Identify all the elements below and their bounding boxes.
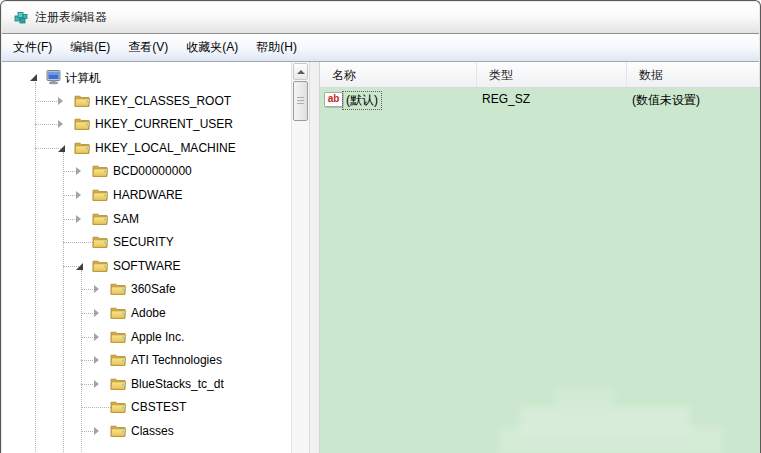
tree-item-label[interactable]: CBSTEST <box>131 400 186 414</box>
value-list-header: 名称类型数据 <box>320 62 760 88</box>
tree-item-label[interactable]: HKEY_LOCAL_MACHINE <box>95 141 236 155</box>
tree-guide-line <box>35 82 36 453</box>
menu-bar: 文件(F)编辑(E)查看(V)收藏夹(A)帮助(H) <box>2 34 759 62</box>
value-name-text: (默认) <box>342 91 382 110</box>
folder-icon <box>110 376 127 392</box>
value-list-pane[interactable]: 名称类型数据 ab(默认)REG_SZ(数值未设置) <box>320 62 760 453</box>
window-title: 注册表编辑器 <box>35 9 107 26</box>
folder-icon <box>92 211 109 227</box>
menu-item-0[interactable]: 文件(F) <box>4 35 61 60</box>
tree-item-hkey-classes-root[interactable]: HKEY_CLASSES_ROOT <box>2 90 291 114</box>
folder-icon <box>92 187 109 203</box>
blurred-watermark <box>498 426 723 453</box>
folder-icon <box>110 305 127 321</box>
scrollbar-thumb[interactable] <box>293 81 308 121</box>
tree-item-sam[interactable]: SAM <box>2 208 291 232</box>
content-area: 计算机HKEY_CLASSES_ROOTHKEY_CURRENT_USERHKE… <box>2 62 760 453</box>
expand-arrow-icon[interactable] <box>94 309 99 317</box>
tree-item--[interactable]: 计算机 <box>2 66 291 90</box>
tree-item-hkey-current-user[interactable]: HKEY_CURRENT_USER <box>2 113 291 137</box>
column-header-2[interactable]: 数据 <box>627 62 760 87</box>
title-bar[interactable]: 注册表编辑器 <box>2 2 759 34</box>
pane-splitter[interactable] <box>309 62 320 453</box>
expand-arrow-icon[interactable] <box>76 167 81 175</box>
tree-item-label[interactable]: HARDWARE <box>113 188 183 202</box>
collapse-arrow-icon[interactable] <box>30 74 37 81</box>
column-header-0[interactable]: 名称 <box>320 62 477 87</box>
expand-arrow-icon[interactable] <box>76 215 81 223</box>
registry-editor-window: 注册表编辑器 文件(F)编辑(E)查看(V)收藏夹(A)帮助(H) 计算机HKE… <box>0 0 761 453</box>
tree-guide-line <box>63 152 64 453</box>
tree-item-label[interactable]: HKEY_CLASSES_ROOT <box>95 94 231 108</box>
folder-icon <box>74 140 91 156</box>
tree-item-label[interactable]: Apple Inc. <box>131 330 184 344</box>
registry-tree: 计算机HKEY_CLASSES_ROOTHKEY_CURRENT_USERHKE… <box>2 66 291 444</box>
tree-item-label[interactable]: ATI Technologies <box>131 353 222 367</box>
scroll-up-button[interactable] <box>293 63 308 80</box>
expand-arrow-icon[interactable] <box>94 333 99 341</box>
menu-item-3[interactable]: 收藏夹(A) <box>177 35 247 60</box>
tree-item-label[interactable]: BCD00000000 <box>113 164 192 178</box>
tree-guide-line <box>81 270 82 453</box>
folder-icon <box>110 423 127 439</box>
registry-tree-pane[interactable]: 计算机HKEY_CLASSES_ROOTHKEY_CURRENT_USERHKE… <box>2 62 309 453</box>
tree-item-apple-inc-[interactable]: Apple Inc. <box>2 326 291 350</box>
collapse-arrow-icon[interactable] <box>58 145 65 152</box>
tree-scrollbar[interactable] <box>291 62 309 453</box>
menu-item-4[interactable]: 帮助(H) <box>247 35 306 60</box>
value-list-body[interactable]: ab(默认)REG_SZ(数值未设置) <box>320 88 760 453</box>
tree-item-bcd00000000[interactable]: BCD00000000 <box>2 160 291 184</box>
tree-item-hkey-local-machine[interactable]: HKEY_LOCAL_MACHINE <box>2 137 291 161</box>
folder-icon <box>110 352 127 368</box>
string-value-icon: ab <box>324 92 343 107</box>
expand-arrow-icon[interactable] <box>94 427 99 435</box>
tree-item-label[interactable]: SOFTWARE <box>113 259 181 273</box>
expand-arrow-icon[interactable] <box>94 356 99 364</box>
registry-editor-screenshot: 注册表编辑器 文件(F)编辑(E)查看(V)收藏夹(A)帮助(H) 计算机HKE… <box>0 0 761 453</box>
folder-icon <box>92 234 109 250</box>
expand-arrow-icon[interactable] <box>76 191 81 199</box>
expand-arrow-icon[interactable] <box>94 380 99 388</box>
blurred-watermark <box>555 388 615 408</box>
expand-arrow-icon[interactable] <box>58 120 63 128</box>
tree-item-360safe[interactable]: 360Safe <box>2 278 291 302</box>
folder-icon <box>110 281 127 297</box>
folder-icon <box>110 399 127 415</box>
menu-item-1[interactable]: 编辑(E) <box>61 35 119 60</box>
tree-item-label[interactable]: 360Safe <box>131 282 176 296</box>
menu-item-2[interactable]: 查看(V) <box>119 35 177 60</box>
tree-item-classes[interactable]: Classes <box>2 420 291 444</box>
value-data-cell: (数值未设置) <box>632 92 700 109</box>
folder-icon <box>74 93 91 109</box>
tree-item-cbstest[interactable]: CBSTEST <box>2 396 291 420</box>
tree-item-security[interactable]: SECURITY <box>2 231 291 255</box>
tree-item-label[interactable]: HKEY_CURRENT_USER <box>95 117 233 131</box>
tree-item-label[interactable]: Adobe <box>131 306 166 320</box>
tree-item-bluestacks-tc-dt[interactable]: BlueStacks_tc_dt <box>2 373 291 397</box>
tree-item-label[interactable]: Classes <box>131 424 174 438</box>
folder-icon <box>92 163 109 179</box>
tree-guide-stub <box>81 407 113 408</box>
folder-icon <box>110 329 127 345</box>
value-name-cell[interactable]: (默认) <box>342 91 382 110</box>
collapse-arrow-icon[interactable] <box>76 263 83 270</box>
tree-item-hardware[interactable]: HARDWARE <box>2 184 291 208</box>
regedit-icon <box>13 10 29 26</box>
tree-item-label[interactable]: SECURITY <box>113 235 174 249</box>
folder-icon <box>74 116 91 132</box>
value-type-cell: REG_SZ <box>482 92 530 106</box>
value-row-default[interactable]: ab(默认)REG_SZ(数值未设置) <box>320 88 760 111</box>
tree-item-software[interactable]: SOFTWARE <box>2 255 291 279</box>
tree-item-label[interactable]: SAM <box>113 212 139 226</box>
folder-icon <box>92 258 109 274</box>
expand-arrow-icon[interactable] <box>94 285 99 293</box>
column-header-1[interactable]: 类型 <box>477 62 627 87</box>
computer-icon <box>45 69 62 85</box>
tree-item-ati-technologies[interactable]: ATI Technologies <box>2 349 291 373</box>
expand-arrow-icon[interactable] <box>58 97 63 105</box>
tree-guide-stub <box>63 242 95 243</box>
tree-item-label[interactable]: BlueStacks_tc_dt <box>131 377 224 391</box>
tree-item-label[interactable]: 计算机 <box>65 70 101 87</box>
tree-item-adobe[interactable]: Adobe <box>2 302 291 326</box>
